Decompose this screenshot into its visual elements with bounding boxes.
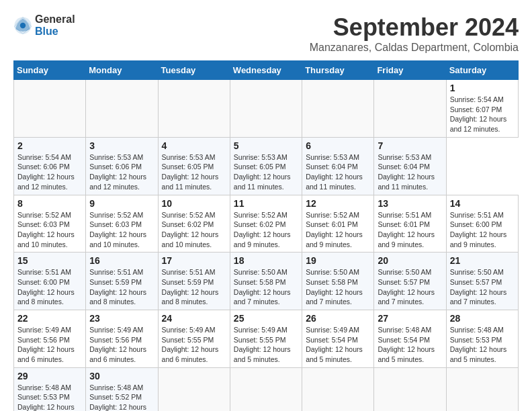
day-number: 24 bbox=[162, 313, 226, 324]
day-info: Sunrise: 5:52 AMSunset: 6:02 PMDaylight:… bbox=[234, 211, 291, 248]
day-number: 12 bbox=[306, 198, 370, 209]
day-info: Sunrise: 5:54 AMSunset: 6:06 PMDaylight:… bbox=[17, 153, 75, 191]
day-info: Sunrise: 5:52 AMSunset: 6:03 PMDaylight:… bbox=[17, 211, 75, 248]
page-title: September 2024 bbox=[310, 13, 519, 42]
day-number: 7 bbox=[378, 140, 442, 151]
day-number: 18 bbox=[234, 255, 298, 266]
header-sunday: Sunday bbox=[14, 61, 86, 80]
day-number: 22 bbox=[17, 313, 82, 324]
day-number: 28 bbox=[450, 313, 515, 324]
header-monday: Monday bbox=[86, 61, 158, 80]
table-row: 20 Sunrise: 5:50 AMSunset: 5:57 PMDaylig… bbox=[374, 253, 446, 310]
table-row: 13 Sunrise: 5:51 AMSunset: 6:01 PMDaylig… bbox=[374, 195, 446, 253]
day-info: Sunrise: 5:51 AMSunset: 6:01 PMDaylight:… bbox=[378, 211, 435, 248]
table-row bbox=[158, 80, 230, 138]
table-row: 22 Sunrise: 5:49 AMSunset: 5:56 PMDaylig… bbox=[14, 310, 86, 368]
table-row: 18 Sunrise: 5:50 AMSunset: 5:58 PMDaylig… bbox=[230, 253, 302, 310]
day-info: Sunrise: 5:51 AMSunset: 5:59 PMDaylight:… bbox=[162, 268, 219, 306]
table-row: 23 Sunrise: 5:49 AMSunset: 5:56 PMDaylig… bbox=[86, 310, 158, 368]
day-number: 3 bbox=[89, 140, 154, 151]
table-row: 8 Sunrise: 5:52 AMSunset: 6:03 PMDayligh… bbox=[14, 195, 86, 253]
logo-general: General bbox=[35, 13, 75, 25]
table-row: 10 Sunrise: 5:52 AMSunset: 6:02 PMDaylig… bbox=[158, 195, 230, 253]
table-row bbox=[230, 80, 302, 138]
week-row-2: 2 Sunrise: 5:54 AMSunset: 6:06 PMDayligh… bbox=[14, 137, 519, 195]
week-row-1: 1 Sunrise: 5:54 AMSunset: 6:07 PMDayligh… bbox=[14, 80, 519, 138]
table-row: 6 Sunrise: 5:53 AMSunset: 6:04 PMDayligh… bbox=[302, 137, 374, 195]
table-row: 15 Sunrise: 5:51 AMSunset: 6:00 PMDaylig… bbox=[14, 253, 86, 310]
day-number: 21 bbox=[450, 255, 515, 266]
header-friday: Friday bbox=[374, 61, 446, 80]
calendar-header-row: Sunday Monday Tuesday Wednesday Thursday… bbox=[14, 61, 519, 80]
logo: General Blue bbox=[13, 13, 75, 38]
day-number: 4 bbox=[162, 140, 226, 151]
table-row bbox=[374, 80, 446, 138]
day-info: Sunrise: 5:51 AMSunset: 6:00 PMDaylight:… bbox=[17, 268, 75, 306]
table-row: 24 Sunrise: 5:49 AMSunset: 5:55 PMDaylig… bbox=[158, 310, 230, 368]
svg-point-1 bbox=[20, 23, 26, 28]
day-info: Sunrise: 5:48 AMSunset: 5:52 PMDaylight:… bbox=[89, 383, 146, 411]
table-row: 14 Sunrise: 5:51 AMSunset: 6:00 PMDaylig… bbox=[446, 195, 518, 253]
day-info: Sunrise: 5:48 AMSunset: 5:54 PMDaylight:… bbox=[378, 326, 435, 363]
day-info: Sunrise: 5:48 AMSunset: 5:53 PMDaylight:… bbox=[17, 383, 75, 411]
day-info: Sunrise: 5:50 AMSunset: 5:57 PMDaylight:… bbox=[450, 268, 507, 306]
table-row: 16 Sunrise: 5:51 AMSunset: 5:59 PMDaylig… bbox=[86, 253, 158, 310]
day-number: 17 bbox=[162, 255, 226, 266]
title-section: September 2024 Manzanares, Caldas Depart… bbox=[310, 13, 519, 54]
day-info: Sunrise: 5:49 AMSunset: 5:56 PMDaylight:… bbox=[17, 326, 75, 363]
page-subtitle: Manzanares, Caldas Department, Colombia bbox=[310, 42, 519, 54]
day-number: 9 bbox=[89, 198, 154, 209]
table-row: 1 Sunrise: 5:54 AMSunset: 6:07 PMDayligh… bbox=[446, 80, 518, 138]
header-wednesday: Wednesday bbox=[230, 61, 302, 80]
day-info: Sunrise: 5:54 AMSunset: 6:07 PMDaylight:… bbox=[450, 95, 507, 133]
logo-icon bbox=[13, 16, 32, 35]
header-saturday: Saturday bbox=[446, 61, 518, 80]
day-info: Sunrise: 5:52 AMSunset: 6:03 PMDaylight:… bbox=[89, 211, 146, 248]
day-number: 11 bbox=[234, 198, 298, 209]
day-info: Sunrise: 5:50 AMSunset: 5:58 PMDaylight:… bbox=[306, 268, 363, 306]
day-number: 2 bbox=[17, 140, 82, 151]
header-tuesday: Tuesday bbox=[158, 61, 230, 80]
day-info: Sunrise: 5:53 AMSunset: 6:06 PMDaylight:… bbox=[89, 153, 146, 191]
table-row: 29 Sunrise: 5:48 AMSunset: 5:53 PMDaylig… bbox=[14, 367, 86, 411]
table-row bbox=[446, 367, 518, 411]
table-row: 7 Sunrise: 5:53 AMSunset: 6:04 PMDayligh… bbox=[374, 137, 446, 195]
week-row-4: 15 Sunrise: 5:51 AMSunset: 6:00 PMDaylig… bbox=[14, 253, 519, 310]
day-info: Sunrise: 5:49 AMSunset: 5:55 PMDaylight:… bbox=[162, 326, 219, 363]
day-number: 10 bbox=[162, 198, 226, 209]
day-number: 29 bbox=[17, 371, 82, 381]
table-row: 3 Sunrise: 5:53 AMSunset: 6:06 PMDayligh… bbox=[86, 137, 158, 195]
table-row: 2 Sunrise: 5:54 AMSunset: 6:06 PMDayligh… bbox=[14, 137, 86, 195]
page-header: General Blue September 2024 Manzanares, … bbox=[13, 13, 519, 54]
table-row: 27 Sunrise: 5:48 AMSunset: 5:54 PMDaylig… bbox=[374, 310, 446, 368]
week-row-5: 22 Sunrise: 5:49 AMSunset: 5:56 PMDaylig… bbox=[14, 310, 519, 368]
table-row bbox=[374, 367, 446, 411]
day-info: Sunrise: 5:53 AMSunset: 6:04 PMDaylight:… bbox=[378, 153, 435, 191]
logo-text: General Blue bbox=[35, 13, 75, 38]
table-row: 21 Sunrise: 5:50 AMSunset: 5:57 PMDaylig… bbox=[446, 253, 518, 310]
table-row: 30 Sunrise: 5:48 AMSunset: 5:52 PMDaylig… bbox=[86, 367, 158, 411]
day-number: 8 bbox=[17, 198, 82, 209]
day-number: 23 bbox=[89, 313, 154, 324]
table-row: 19 Sunrise: 5:50 AMSunset: 5:58 PMDaylig… bbox=[302, 253, 374, 310]
table-row bbox=[230, 367, 302, 411]
table-row: 12 Sunrise: 5:52 AMSunset: 6:01 PMDaylig… bbox=[302, 195, 374, 253]
table-row: 5 Sunrise: 5:53 AMSunset: 6:05 PMDayligh… bbox=[230, 137, 302, 195]
day-info: Sunrise: 5:49 AMSunset: 5:56 PMDaylight:… bbox=[89, 326, 146, 363]
day-info: Sunrise: 5:51 AMSunset: 6:00 PMDaylight:… bbox=[450, 211, 507, 248]
table-row bbox=[302, 367, 374, 411]
day-info: Sunrise: 5:52 AMSunset: 6:01 PMDaylight:… bbox=[306, 211, 363, 248]
day-number: 20 bbox=[378, 255, 442, 266]
day-number: 19 bbox=[306, 255, 370, 266]
table-row bbox=[14, 80, 86, 138]
day-number: 26 bbox=[306, 313, 370, 324]
day-info: Sunrise: 5:53 AMSunset: 6:05 PMDaylight:… bbox=[162, 153, 219, 191]
day-number: 27 bbox=[378, 313, 442, 324]
calendar-table: Sunday Monday Tuesday Wednesday Thursday… bbox=[13, 60, 519, 411]
week-row-3: 8 Sunrise: 5:52 AMSunset: 6:03 PMDayligh… bbox=[14, 195, 519, 253]
day-number: 14 bbox=[450, 198, 515, 209]
table-row: 4 Sunrise: 5:53 AMSunset: 6:05 PMDayligh… bbox=[158, 137, 230, 195]
header-thursday: Thursday bbox=[302, 61, 374, 80]
logo-blue: Blue bbox=[35, 26, 58, 37]
week-row-6: 29 Sunrise: 5:48 AMSunset: 5:53 PMDaylig… bbox=[14, 367, 519, 411]
